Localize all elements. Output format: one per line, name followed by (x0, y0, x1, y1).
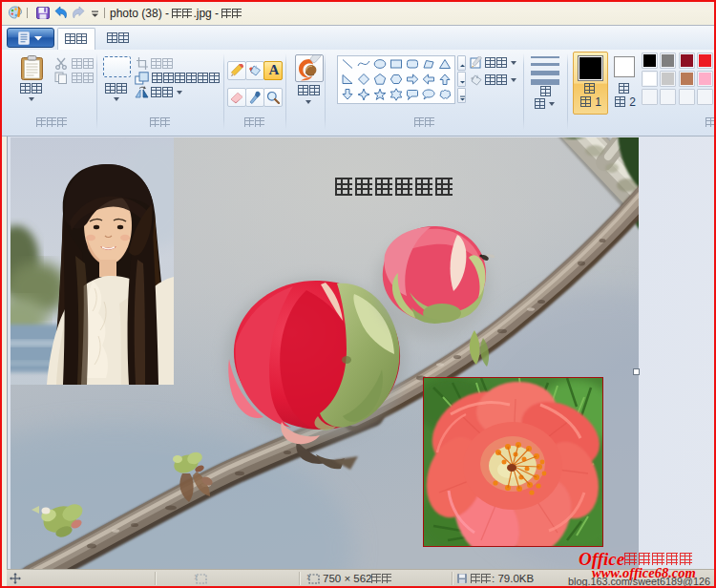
svg-text:1: 1 (194, 574, 198, 580)
svg-text:1: 1 (306, 574, 310, 580)
